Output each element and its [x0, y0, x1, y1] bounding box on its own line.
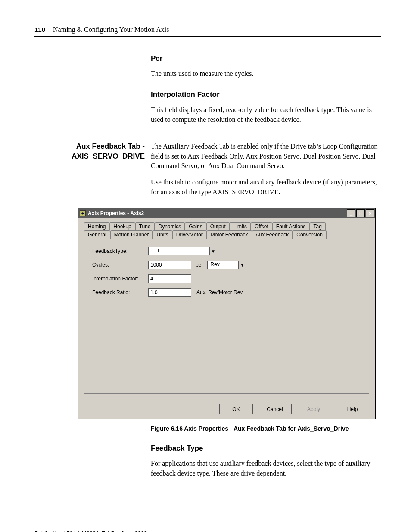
dialog-title: Axis Properties - Axis2 [88, 210, 346, 216]
page-number: 110 [34, 26, 45, 33]
tab-motion-planner[interactable]: Motion Planner [110, 230, 153, 239]
feedback-type-dropdown[interactable]: TTL ▼ [148, 247, 217, 255]
tab-dynamics[interactable]: Dynamics [155, 222, 185, 230]
maximize-button[interactable]: □ [356, 209, 365, 217]
dialog-titlebar: ✦ Axis Properties - Axis2 _ □ × [78, 208, 375, 218]
tab-homing[interactable]: Homing [84, 222, 109, 230]
tab-offset[interactable]: Offset [251, 222, 272, 230]
chevron-down-icon: ▼ [209, 247, 217, 255]
publication-line: Publication 1784-UM003A-EN-P – June 2003 [34, 530, 381, 532]
cycles-input[interactable] [148, 261, 191, 269]
tab-tune[interactable]: Tune [135, 222, 155, 230]
tab-conversion[interactable]: Conversion [293, 230, 327, 239]
aux-side-line1: Aux Feedback Tab - [34, 142, 145, 152]
tab-general[interactable]: General [84, 230, 110, 239]
interpolation-body: This field displays a fixed, read-only v… [151, 105, 381, 124]
cycles-label: Cycles: [92, 262, 148, 268]
tab-units[interactable]: Units [153, 230, 172, 239]
aux-body-p2: Use this tab to configure motor and auxi… [151, 177, 381, 197]
tab-aux-feedback[interactable]: Aux Feedback [252, 230, 293, 239]
tab-motor-feedback[interactable]: Motor Feedback [207, 230, 252, 239]
aux-feedback-panel: FeedbackType: TTL ▼ Cycles: per Rev ▼ [84, 239, 369, 394]
chapter-title: Naming & Configuring Your Motion Axis [53, 26, 169, 34]
tab-fault-actions[interactable]: Fault Actions [272, 222, 310, 230]
per-unit-dropdown[interactable]: Rev ▼ [207, 261, 246, 269]
feedback-type-heading: Feedback Type [151, 444, 381, 453]
ok-button[interactable]: OK [219, 404, 253, 414]
aux-body-p1: The Auxiliary Feedback Tab is enabled on… [151, 142, 381, 171]
tabstrip-row2: General Motion Planner Units Drive/Motor… [84, 230, 369, 239]
tab-tag[interactable]: Tag [310, 222, 326, 230]
minimize-button[interactable]: _ [347, 209, 355, 217]
chevron-down-icon: ▼ [238, 261, 246, 269]
feedback-ratio-label: Feedback Ratio: [92, 289, 148, 296]
per-body: The units used to measure the cycles. [151, 69, 381, 78]
figure-caption: Figure 6.16 Axis Properties - Aux Feedba… [151, 425, 381, 432]
apply-button[interactable]: Apply [297, 404, 330, 414]
tab-limits[interactable]: Limits [230, 222, 251, 230]
page-header: 110 Naming & Configuring Your Motion Axi… [34, 26, 381, 37]
tabstrip-row1: Homing Hookup Tune Dynamics Gains Output… [84, 222, 369, 230]
feedback-type-label: FeedbackType: [92, 248, 148, 254]
help-button[interactable]: Help [336, 404, 369, 414]
aux-feedback-side-label: Aux Feedback Tab - AXIS_SERVO_DRIVE [34, 142, 151, 204]
per-label: per [196, 262, 203, 268]
per-heading: Per [151, 54, 381, 63]
aux-side-line2: AXIS_SERVO_DRIVE [34, 152, 145, 162]
interpolation-heading: Interpolation Factor [151, 90, 381, 99]
cancel-button[interactable]: Cancel [258, 404, 292, 414]
interpolation-factor-label: Interpolation Factor: [92, 276, 148, 282]
tab-output[interactable]: Output [206, 222, 230, 230]
feedback-type-body: For applications that use auxiliary feed… [151, 459, 381, 478]
dialog-button-row: OK Cancel Apply Help [78, 400, 375, 419]
close-button[interactable]: × [366, 209, 374, 217]
tab-gains[interactable]: Gains [185, 222, 206, 230]
app-icon: ✦ [80, 210, 86, 216]
feedback-ratio-unit: Aux. Rev/Motor Rev [196, 289, 243, 296]
per-unit-value: Rev [208, 261, 222, 269]
feedback-ratio-input[interactable] [148, 288, 191, 297]
axis-properties-dialog: ✦ Axis Properties - Axis2 _ □ × Homing H… [78, 208, 376, 419]
tab-drive-motor[interactable]: Drive/Motor [172, 230, 207, 239]
interpolation-factor-input[interactable] [148, 274, 191, 283]
tab-hookup[interactable]: Hookup [109, 222, 135, 230]
feedback-type-value: TTL [149, 247, 163, 255]
